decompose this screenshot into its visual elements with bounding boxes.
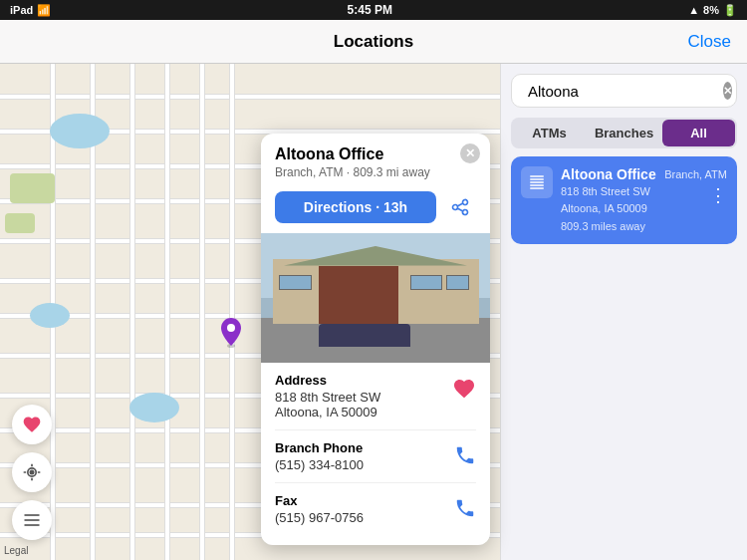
page-title: Locations [334, 32, 413, 52]
location-image [261, 233, 490, 363]
branch-phone-value: (515) 334-8100 [275, 457, 364, 472]
tab-branches[interactable]: Branches [588, 120, 660, 146]
status-left: iPad 📶 [10, 4, 51, 17]
location-icon: ▲ [688, 4, 699, 16]
fax-label: Fax [275, 493, 364, 508]
popup-subtitle: Branch, ATM · 809.3 mi away [275, 165, 476, 179]
fax-value: (515) 967-0756 [275, 510, 364, 525]
branch-phone-call-button[interactable] [454, 444, 476, 470]
address-line1: 818 8th Street SW [275, 390, 380, 405]
status-bar: iPad 📶 5:45 PM ▲ 8% 🔋 [0, 0, 747, 20]
close-button[interactable]: Close [688, 32, 731, 52]
svg-point-3 [30, 470, 33, 473]
search-bar-container: ✕ [501, 64, 747, 118]
status-right: ▲ 8% 🔋 [688, 4, 737, 17]
result-address2: Altoona, IA 50009 [561, 201, 656, 216]
road [129, 64, 135, 560]
list-map-button[interactable] [12, 500, 52, 540]
battery-percent: 8% [703, 4, 719, 16]
green-area [10, 173, 55, 203]
search-input[interactable] [528, 83, 717, 100]
favorite-button[interactable] [452, 377, 476, 405]
map-controls [12, 405, 52, 540]
fax-call-button[interactable] [454, 497, 476, 523]
favorite-map-button[interactable] [12, 405, 52, 444]
branch-phone-row: Branch Phone (515) 334-8100 [275, 430, 476, 483]
share-button[interactable] [444, 191, 476, 223]
map-pin[interactable] [219, 318, 243, 352]
popup-header: Altoona Office Branch, ATM · 809.3 mi aw… [261, 134, 490, 187]
result-item[interactable]: Altoona Office 818 8th Street SW Altoona… [511, 156, 737, 244]
address-row: Address 818 8th Street SW Altoona, IA 50… [275, 363, 476, 430]
tab-atms[interactable]: ATMs [513, 120, 586, 146]
result-info: Altoona Office 818 8th Street SW Altoona… [561, 166, 656, 234]
result-more-button[interactable]: ⋮ [709, 184, 727, 206]
result-title: Altoona Office [561, 166, 656, 182]
road [199, 64, 205, 560]
location-map-button[interactable] [12, 452, 52, 492]
address-line2: Altoona, IA 50009 [275, 405, 380, 420]
map-legal: Legal [4, 545, 28, 556]
search-bar: ✕ [511, 74, 737, 108]
svg-point-1 [227, 324, 235, 332]
water-body [30, 303, 70, 328]
popup-actions: Directions · 13h [261, 187, 490, 233]
filter-tabs: ATMs Branches All [511, 118, 737, 148]
address-label: Address [275, 373, 380, 388]
result-icon-wrap [521, 166, 553, 198]
result-address1: 818 8th Street SW [561, 184, 656, 199]
battery-icon: 🔋 [723, 4, 737, 17]
wifi-icon: 📶 [37, 4, 51, 17]
road [164, 64, 170, 560]
nav-bar: Locations Close [0, 20, 747, 64]
fax-row: Fax (515) 967-0756 [275, 483, 476, 535]
carrier-label: iPad [10, 4, 33, 16]
water-body [50, 114, 110, 148]
branch-phone-label: Branch Phone [275, 440, 364, 455]
tab-all[interactable]: All [662, 120, 735, 146]
right-panel: ✕ ATMs Branches All Altoona Office 818 8… [500, 64, 747, 560]
popup-title: Altoona Office [275, 145, 476, 163]
result-distance: 809.3 miles away [561, 219, 656, 234]
popup-details: Address 818 8th Street SW Altoona, IA 50… [261, 363, 490, 545]
location-popup: Altoona Office Branch, ATM · 809.3 mi aw… [261, 134, 490, 545]
water-body [129, 393, 179, 422]
green-area [5, 213, 35, 233]
search-clear-button[interactable]: ✕ [723, 82, 732, 100]
popup-close-button[interactable]: ✕ [460, 143, 480, 163]
status-time: 5:45 PM [348, 3, 392, 17]
directions-button[interactable]: Directions · 13h [275, 191, 436, 223]
result-type: Branch, ATM [664, 168, 727, 180]
bank-icon [528, 173, 546, 191]
road [229, 64, 235, 560]
